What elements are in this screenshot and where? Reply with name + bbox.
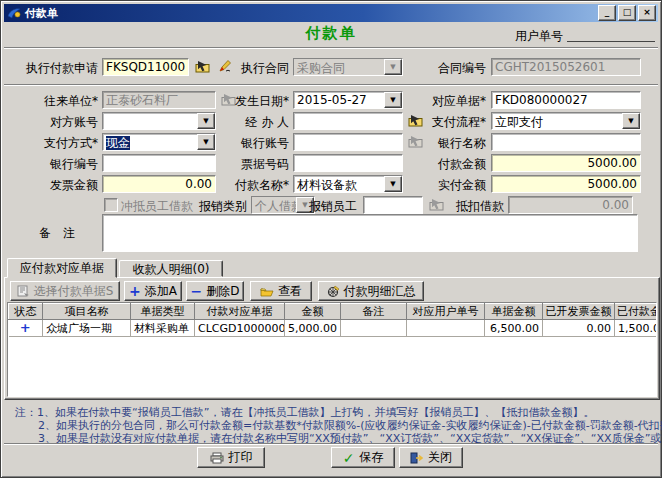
chevron-down-icon[interactable]: ▼ xyxy=(197,113,215,129)
offset-loan-checkbox xyxy=(104,198,118,212)
col-header[interactable]: 单据类型 xyxy=(131,304,195,320)
handler-input[interactable] xyxy=(293,112,403,130)
lookup-hand-icon[interactable] xyxy=(408,114,424,128)
close-button[interactable]: × xyxy=(638,5,656,21)
occur-date-label: 发生日期* xyxy=(231,93,289,110)
payable-docs-table: 状态 项目名称 单据类型 付款对应单据 金额 备注 对应用户单号 单据金额 已开… xyxy=(7,302,657,397)
add-button[interactable]: + 添加A xyxy=(124,281,182,301)
delete-button[interactable]: − 删除D xyxy=(186,281,244,301)
titlebar[interactable]: 付款单 _ □ × xyxy=(4,4,658,22)
remarks-label: 备 注 xyxy=(39,225,99,242)
bank-account-label: 银行账号 xyxy=(231,135,289,152)
divider xyxy=(4,84,658,86)
invoice-amount-label: 发票金额 xyxy=(13,177,98,194)
payment-flow-combo[interactable]: 立即支付 ▼ xyxy=(491,112,641,130)
chevron-down-icon[interactable]: ▼ xyxy=(384,92,402,108)
payment-name-label: 付款名称* xyxy=(231,177,289,194)
minus-icon: − xyxy=(191,285,203,297)
exec-payment-request-label: 执行付款申请 xyxy=(16,60,98,77)
bank-name-input[interactable] xyxy=(491,133,641,151)
divider xyxy=(4,47,658,49)
actual-amount-label: 实付金额 xyxy=(431,177,486,194)
corresponding-doc-label: 对应单据* xyxy=(431,93,486,110)
counterpart-label: 往来单位* xyxy=(13,93,98,110)
reimburse-employee-label: 报销员工 xyxy=(309,198,357,215)
minimize-button[interactable]: _ xyxy=(598,5,616,21)
close-form-button[interactable]: 关闭 xyxy=(399,447,463,468)
reimburse-type-value: 个人借款 xyxy=(252,197,296,213)
button-label: 关闭 xyxy=(428,449,452,466)
button-label: 查看 xyxy=(278,283,302,300)
bill-no-label: 票据号码 xyxy=(231,156,289,173)
handler-label: 经 办 人 xyxy=(231,114,289,131)
bank-account-input[interactable] xyxy=(293,133,403,151)
button-label: 付款明细汇总 xyxy=(344,283,416,300)
col-header[interactable]: 备注 xyxy=(341,304,407,320)
button-label: 保存 xyxy=(359,449,383,466)
offset-loan-label: 冲抵员工借款 xyxy=(121,198,193,215)
select-doc-icon xyxy=(17,285,30,297)
reimburse-type-label: 报销类别 xyxy=(199,198,247,215)
tab-payee-detail[interactable]: 收款人明细(0) xyxy=(119,260,223,277)
lookup-hand-icon[interactable] xyxy=(195,60,211,74)
chevron-down-icon[interactable]: ▼ xyxy=(197,134,215,150)
save-button[interactable]: ✓ 保存 xyxy=(331,447,395,468)
reimburse-type-combo: 个人借款 ▼ xyxy=(251,196,315,214)
col-header[interactable]: 对应用户单号 xyxy=(407,304,485,320)
payment-flow-label: 支付流程* xyxy=(431,114,486,131)
col-header[interactable]: 已开发票金额 xyxy=(543,304,615,320)
reimburse-employee-input[interactable] xyxy=(363,196,423,214)
payment-order-window: 付款单 _ □ × 付款单 用户单号 执行付款申请 执行合同 采购合同 ▼ 合同… xyxy=(0,0,662,478)
col-header[interactable]: 付款对应单据 xyxy=(195,304,285,320)
select-payment-doc-button: 选择付款单据S xyxy=(10,281,120,301)
counterpart-account-combo[interactable]: ▼ xyxy=(102,112,216,130)
payment-amount-input[interactable] xyxy=(491,154,641,172)
cell-amount: 5,000.00 xyxy=(285,320,341,337)
print-button[interactable]: 打印 xyxy=(197,447,265,468)
exec-payment-request-input[interactable] xyxy=(102,58,189,76)
contract-no-input xyxy=(491,58,641,76)
printer-icon xyxy=(210,452,224,464)
exit-door-icon xyxy=(410,452,423,464)
view-button[interactable]: 查看 xyxy=(250,281,312,301)
payment-detail-summary-button[interactable]: 付款明细汇总 xyxy=(318,281,424,301)
tab-payable-docs[interactable]: 应付款对应单据 xyxy=(7,258,117,278)
remarks-textarea[interactable] xyxy=(102,214,638,252)
table-row[interactable]: + 众城广场一期 材料采购单 CLCGD100000030 5,000.00 6… xyxy=(9,320,657,337)
button-label: 添加A xyxy=(145,283,177,300)
payment-name-combo[interactable]: 材料设备款 ▼ xyxy=(293,175,403,193)
tab-label: 收款人明细(0) xyxy=(133,262,210,276)
cell-user-no xyxy=(407,320,485,337)
chevron-down-icon[interactable]: ▼ xyxy=(384,176,402,192)
col-header[interactable]: 单据金额 xyxy=(485,304,543,320)
cell-doc-type: 材料采购单 xyxy=(131,320,195,337)
bank-no-input[interactable] xyxy=(102,154,216,172)
lookup-hand-icon-disabled xyxy=(429,198,445,212)
cell-invoiced: 0.00 xyxy=(543,320,615,337)
chevron-down-icon: ▼ xyxy=(384,59,402,75)
tab-label: 应付款对应单据 xyxy=(20,261,104,275)
bill-no-input[interactable] xyxy=(293,154,403,172)
exec-contract-value: 采购合同 xyxy=(294,59,384,75)
col-header[interactable]: 金额 xyxy=(285,304,341,320)
table-header-row: 状态 项目名称 单据类型 付款对应单据 金额 备注 对应用户单号 单据金额 已开… xyxy=(9,304,657,320)
col-header[interactable]: 已付款金额 xyxy=(615,304,657,320)
bank-name-label: 银行名称 xyxy=(431,135,486,152)
corresponding-doc-input[interactable] xyxy=(491,91,641,109)
deduct-loan-label: 抵扣借款 xyxy=(454,198,504,215)
row-expand-plus-icon[interactable]: + xyxy=(20,320,31,335)
payment-method-combo[interactable]: 现金 ▼ xyxy=(102,133,216,151)
window-title: 付款单 xyxy=(25,6,596,21)
col-header[interactable]: 项目名称 xyxy=(43,304,131,320)
col-header[interactable]: 状态 xyxy=(9,304,43,320)
payment-method-value: 现金 xyxy=(106,136,130,150)
cell-project: 众城广场一期 xyxy=(43,320,131,337)
check-icon: ✓ xyxy=(343,452,355,464)
maximize-button[interactable]: □ xyxy=(618,5,636,21)
button-label: 选择付款单据S xyxy=(34,283,114,300)
payment-amount-label: 付款金额 xyxy=(431,156,486,173)
invoice-amount-input[interactable] xyxy=(102,175,216,193)
occur-date-combo[interactable]: 2015-05-27 ▼ xyxy=(293,91,403,109)
actual-amount-input[interactable] xyxy=(491,175,641,193)
chevron-down-icon[interactable]: ▼ xyxy=(622,113,640,129)
